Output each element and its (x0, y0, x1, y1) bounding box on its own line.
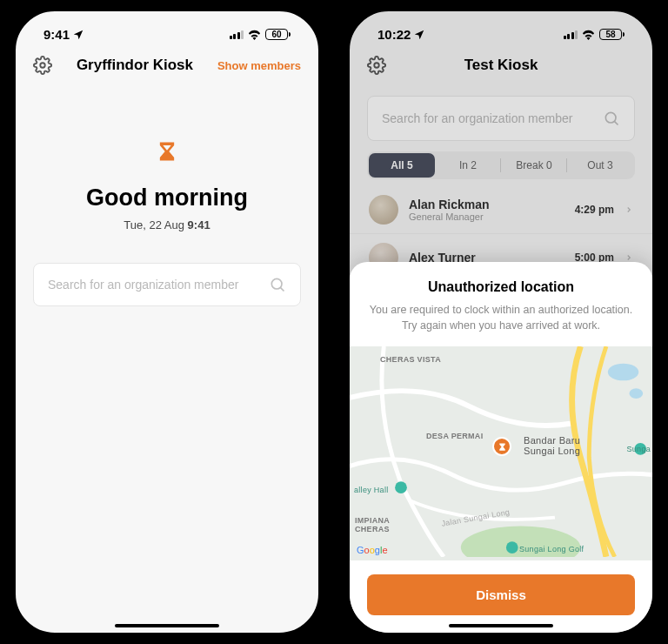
status-time: 9:41 (43, 27, 70, 42)
battery-icon: 58 (599, 29, 625, 40)
search-icon (603, 110, 620, 127)
svg-line-5 (614, 121, 618, 124)
svg-point-6 (608, 364, 638, 381)
map-label: IMPIANA CHERAS (355, 516, 390, 533)
gear-icon[interactable] (367, 56, 386, 75)
segment-break[interactable]: Break 0 (501, 153, 567, 178)
phone-test-kiosk: 10:22 58 Test Kiosk All 5 In 2 Break 0 O… (347, 9, 655, 635)
gear-icon[interactable] (33, 56, 52, 75)
chevron-right-icon (625, 205, 633, 214)
search-box[interactable] (33, 263, 301, 306)
map-pin (492, 437, 511, 456)
search-box[interactable] (367, 96, 635, 141)
svg-point-3 (374, 63, 379, 68)
status-bar: 9:41 60 (16, 11, 318, 49)
map-label: alley Hall (354, 486, 389, 494)
list-item[interactable]: Alan Rickman General Manager 4:29 pm (350, 186, 652, 234)
svg-point-7 (629, 388, 643, 399)
svg-line-2 (280, 287, 284, 291)
search-icon (269, 276, 286, 293)
svg-point-9 (395, 481, 407, 493)
battery-icon: 60 (265, 29, 291, 40)
svg-point-4 (605, 112, 616, 123)
map-label: Sungai Long Golf (519, 545, 584, 553)
date-line: Tue, 22 Aug 9:41 (33, 218, 301, 231)
member-role: General Manager (409, 211, 564, 222)
page-title: Test Kiosk (386, 57, 616, 74)
map-label: Bandar Baru Sungai Long (524, 435, 580, 456)
home-indicator[interactable] (115, 624, 219, 627)
dismiss-button[interactable]: Dismiss (367, 574, 635, 615)
member-name: Alan Rickman (409, 198, 564, 211)
map-label: CHERAS VISTA (380, 355, 441, 364)
map-label: Sunga (626, 445, 651, 453)
chevron-right-icon (625, 253, 633, 262)
segment-in[interactable]: In 2 (435, 153, 501, 178)
page-title: Gryffindor Kiosk (52, 57, 217, 74)
member-time: 4:29 pm (575, 204, 614, 216)
status-time: 10:22 (377, 27, 411, 42)
sheet-message: You are required to clock within an auth… (367, 302, 635, 335)
app-header: Test Kiosk (350, 49, 652, 87)
avatar (369, 195, 398, 225)
segmented-control[interactable]: All 5 In 2 Break 0 Out 3 (367, 151, 635, 179)
greeting-text: Good morning (33, 184, 301, 211)
segment-all[interactable]: All 5 (369, 153, 435, 178)
cellular-icon (230, 30, 244, 39)
svg-point-10 (506, 541, 518, 553)
status-bar: 10:22 58 (350, 11, 652, 49)
map-label: DESA PERMAI (426, 432, 483, 440)
home-indicator[interactable] (449, 624, 553, 627)
welcome-section: Good morning Tue, 22 Aug 9:41 (16, 87, 318, 249)
wifi-icon (581, 30, 596, 40)
sheet-title: Unauthorized location (367, 279, 635, 295)
show-members-link[interactable]: Show members (217, 59, 301, 72)
svg-point-0 (40, 63, 45, 68)
hourglass-icon (155, 139, 179, 164)
location-arrow-icon (72, 29, 84, 41)
phone-gryffindor: 9:41 60 Gryffindor Kiosk Show members Go… (13, 9, 321, 635)
svg-point-1 (271, 278, 282, 289)
location-arrow-icon (413, 29, 425, 41)
cellular-icon (564, 30, 578, 39)
segment-out[interactable]: Out 3 (567, 153, 633, 178)
bottom-sheet: Unauthorized location You are required t… (350, 262, 652, 634)
wifi-icon (247, 30, 262, 40)
map[interactable]: CHERAS VISTA DESA PERMAI Bandar Baru Sun… (350, 346, 652, 560)
search-input[interactable] (382, 111, 603, 125)
google-logo: Google (357, 545, 388, 555)
search-input[interactable] (48, 278, 269, 292)
app-header: Gryffindor Kiosk Show members (16, 49, 318, 87)
